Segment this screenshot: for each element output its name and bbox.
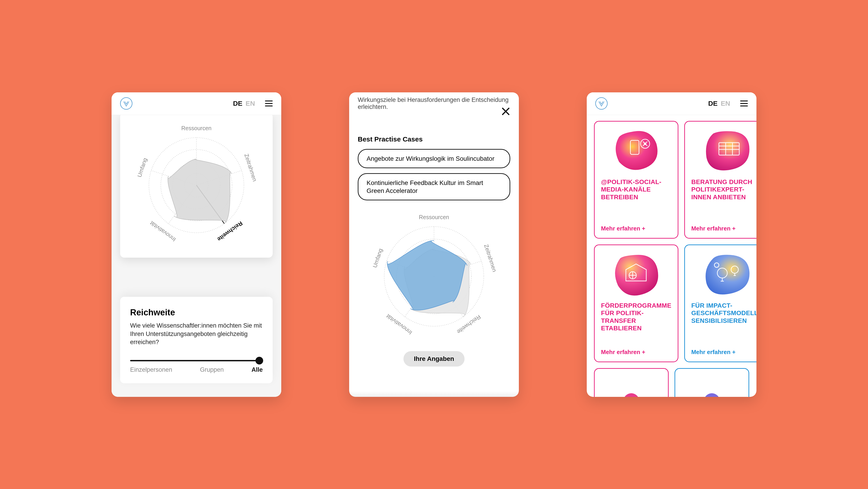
question-card: Reichweite Wie viele Wissenschaftler:inn… — [120, 297, 273, 383]
svg-text:Innovativität: Innovativität — [385, 313, 413, 336]
question-text: Wie viele Wissenschaftler:innen möchten … — [130, 322, 263, 346]
phone-2-best-practise: Wirkungsziele bei Herausforderungen die … — [349, 92, 519, 397]
card-more-link[interactable]: Mehr erfahren + — [601, 349, 671, 356]
case-link-1[interactable]: Angebote zur Wirkungslogik im Soulincuba… — [358, 149, 510, 168]
radar-chart-card: RessourcenZeitrahmenReichweiteInnovativi… — [120, 113, 273, 257]
card-illustration-icon — [691, 251, 756, 297]
intro-text-clipped: Wirkungsziele bei Herausforderungen die … — [358, 96, 510, 111]
card-peek-1[interactable] — [594, 368, 669, 397]
card-title: FÖRDERPROGRAMME FÜR POLITIK-TRANSFER ETA… — [601, 302, 671, 332]
svg-text:Zeitrahmen: Zeitrahmen — [483, 243, 498, 273]
question-title: Reichweite — [130, 308, 263, 317]
app-header: DE EN — [587, 92, 756, 115]
card-title: FÜR IMPACT-GESCHÄFTSMODELLE SENSIBILISIE… — [691, 302, 756, 325]
card-title: @POLITIK-SOCIAL-MEDIA-KANÄLE BETREIBEN — [601, 178, 671, 201]
menu-icon[interactable] — [265, 100, 273, 106]
language-switch[interactable]: DE EN — [233, 100, 255, 107]
radar-chart: RessourcenZeitrahmenReichweiteInnovativi… — [128, 122, 264, 249]
card-illustration-icon — [601, 251, 671, 297]
phone-1-reichweite: DE EN verfügbar? RessourcenZeitrahmenRei… — [112, 92, 281, 397]
card-beratung[interactable]: BERATUNG DURCH POLITIKEXPERT-INNEN ANBIE… — [684, 121, 756, 239]
phone-3-cards: DE EN @POLITIK-SOCIAL-MEDIA-KANÄLE BETRE… — [587, 92, 756, 397]
card-politik-social[interactable]: @POLITIK-SOCIAL-MEDIA-KANÄLE BETREIBEN M… — [594, 121, 678, 239]
ihre-angaben-button[interactable]: Ihre Angaben — [403, 351, 465, 367]
card-more-link[interactable]: Mehr erfahren + — [691, 225, 756, 232]
svg-point-37 — [704, 393, 720, 397]
reach-slider[interactable] — [130, 360, 263, 361]
logo-icon[interactable] — [595, 97, 608, 110]
lang-de[interactable]: DE — [708, 100, 718, 107]
menu-icon[interactable] — [740, 100, 748, 106]
card-illustration-icon — [691, 128, 756, 173]
radar-chart-comparison: RessourcenZeitrahmenReichweiteInnovativi… — [364, 211, 504, 342]
svg-text:Ressourcen: Ressourcen — [419, 214, 449, 220]
svg-text:Umfang: Umfang — [372, 247, 384, 268]
lang-de[interactable]: DE — [233, 100, 243, 107]
slider-thumb[interactable] — [255, 357, 263, 365]
logo-icon[interactable] — [120, 97, 132, 110]
best-practise-heading: Best Practise Cases — [358, 135, 510, 143]
slider-labels: Einzelpersonen Gruppen Alle — [130, 366, 263, 373]
card-peek-2[interactable] — [675, 368, 749, 397]
lang-en[interactable]: EN — [246, 100, 255, 107]
bottom-fade — [349, 391, 519, 397]
svg-text:Zeitrahmen: Zeitrahmen — [243, 153, 258, 182]
svg-text:Reichweite: Reichweite — [216, 220, 244, 242]
svg-text:Innovativität: Innovativität — [149, 220, 177, 243]
app-header: DE EN — [112, 92, 281, 115]
card-illustration-icon — [682, 373, 742, 397]
card-illustration-icon — [601, 128, 671, 173]
language-switch[interactable]: DE EN — [708, 100, 730, 107]
lang-en[interactable]: EN — [721, 100, 730, 107]
svg-text:Reichweite: Reichweite — [456, 314, 482, 335]
case-link-2[interactable]: Kontinuierliche Feedback Kultur im Smart… — [358, 173, 510, 201]
svg-text:Ressourcen: Ressourcen — [181, 125, 211, 131]
card-more-link[interactable]: Mehr erfahren + — [601, 225, 671, 232]
svg-text:Umfang: Umfang — [136, 157, 148, 178]
svg-point-36 — [623, 393, 639, 397]
card-foerderprogramme[interactable]: FÖRDERPROGRAMME FÜR POLITIK-TRANSFER ETA… — [594, 245, 678, 362]
card-more-link[interactable]: Mehr erfahren + — [691, 349, 756, 356]
card-impact-geschaeftsmodelle[interactable]: FÜR IMPACT-GESCHÄFTSMODELLE SENSIBILISIE… — [684, 245, 756, 362]
card-title: BERATUNG DURCH POLITIKEXPERT-INNEN ANBIE… — [691, 178, 756, 201]
card-illustration-icon — [601, 373, 662, 397]
close-icon[interactable] — [501, 106, 511, 116]
